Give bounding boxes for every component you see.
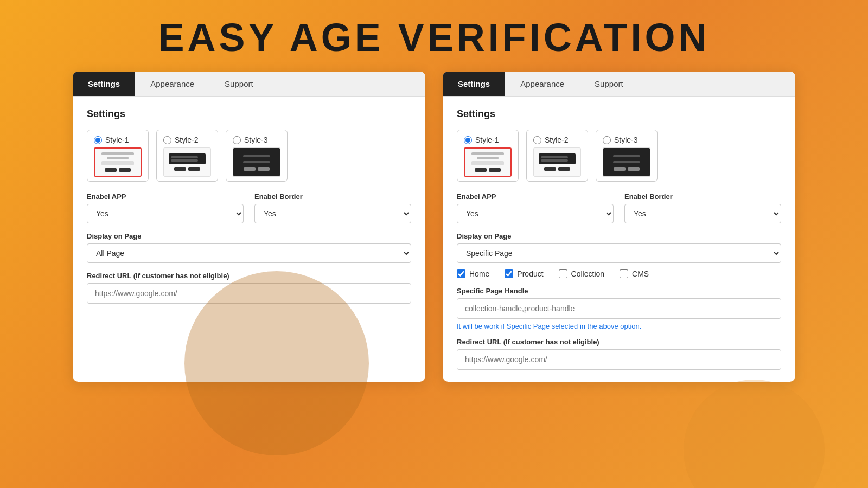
checkbox-collection[interactable]: Collection xyxy=(559,269,604,278)
checkbox-home-input[interactable] xyxy=(457,269,465,278)
left-enable-app-label: Enabel APP xyxy=(87,192,244,201)
right-section-title: Settings xyxy=(457,108,781,120)
right-enable-border-label: Enabel Border xyxy=(624,192,781,201)
right-style-option-1[interactable]: Style-1 xyxy=(457,130,519,182)
right-tab-settings[interactable]: Settings xyxy=(443,72,505,96)
right-tab-appearance[interactable]: Appearance xyxy=(505,72,579,96)
right-redirect-group: Redirect URL (If customer has not eligib… xyxy=(457,338,781,370)
right-tab-bar: Settings Appearance Support xyxy=(443,72,795,97)
left-enable-border-select[interactable]: Yes No xyxy=(254,204,411,223)
left-style-radio-1[interactable] xyxy=(94,136,102,144)
left-tab-appearance[interactable]: Appearance xyxy=(135,72,209,96)
checkbox-home[interactable]: Home xyxy=(457,269,489,278)
left-style-preview-2 xyxy=(163,147,211,177)
left-display-group: Display on Page All Page Specific Page xyxy=(87,232,411,263)
right-style-preview-2 xyxy=(533,147,581,177)
checkbox-product-label: Product xyxy=(517,269,543,278)
left-panel-body: Settings Style-1 xyxy=(73,97,425,316)
right-panel: Settings Appearance Support Settings Sty… xyxy=(443,72,795,382)
right-display-label: Display on Page xyxy=(457,232,781,240)
right-display-group: Display on Page All Page Specific Page xyxy=(457,232,781,263)
left-style-option-3[interactable]: Style-3 xyxy=(226,130,288,182)
right-redirect-input[interactable] xyxy=(457,349,781,370)
left-redirect-group: Redirect URL (If customer has not eligib… xyxy=(87,272,411,304)
right-specific-handle-input[interactable] xyxy=(457,298,781,319)
left-style-row: Style-1 Style-2 xyxy=(87,130,411,182)
left-tab-support[interactable]: Support xyxy=(209,72,269,96)
left-enable-border-label: Enabel Border xyxy=(254,192,411,201)
right-style-label-3: Style-3 xyxy=(614,136,638,144)
checkbox-cms-label: CMS xyxy=(632,269,649,278)
right-enable-app-select[interactable]: Yes No xyxy=(457,204,614,223)
right-style-radio-1[interactable] xyxy=(464,136,472,144)
left-section-title: Settings xyxy=(87,108,411,120)
left-style-preview-1 xyxy=(94,147,142,177)
right-style-option-3[interactable]: Style-3 xyxy=(596,130,658,182)
right-checkbox-row: Home Product Collection CMS xyxy=(457,269,781,278)
left-style-preview-3 xyxy=(233,147,280,177)
checkbox-cms-input[interactable] xyxy=(620,269,628,278)
left-tab-bar: Settings Appearance Support xyxy=(73,72,425,97)
right-style-preview-3 xyxy=(603,147,650,177)
left-redirect-label: Redirect URL (If customer has not eligib… xyxy=(87,272,411,280)
left-display-select[interactable]: All Page Specific Page xyxy=(87,243,411,263)
left-enable-row: Enabel APP Yes No Enabel Border Yes No xyxy=(87,192,411,223)
right-enable-border-group: Enabel Border Yes No xyxy=(624,192,781,223)
checkbox-product-input[interactable] xyxy=(505,269,513,278)
panels-row: Settings Appearance Support Settings Sty… xyxy=(0,72,868,382)
right-style-preview-1 xyxy=(464,147,512,177)
right-enable-app-label: Enabel APP xyxy=(457,192,614,201)
left-display-label: Display on Page xyxy=(87,232,411,240)
page-title: EASY AGE VERIFICATION xyxy=(0,0,868,72)
left-enable-app-group: Enabel APP Yes No xyxy=(87,192,244,223)
right-specific-handle-label: Specific Page Handle xyxy=(457,287,781,295)
checkbox-cms[interactable]: CMS xyxy=(620,269,649,278)
left-redirect-input[interactable] xyxy=(87,283,411,304)
left-tab-settings[interactable]: Settings xyxy=(73,72,135,96)
left-style-radio-3[interactable] xyxy=(233,136,241,144)
right-redirect-label: Redirect URL (If customer has not eligib… xyxy=(457,338,781,346)
right-specific-handle-group: Specific Page Handle xyxy=(457,287,781,319)
right-style-radio-2[interactable] xyxy=(533,136,541,144)
checkbox-home-label: Home xyxy=(469,269,489,278)
left-style-label-3: Style-3 xyxy=(244,136,268,144)
left-enable-app-select[interactable]: Yes No xyxy=(87,204,244,223)
left-style-label-2: Style-2 xyxy=(175,136,199,144)
right-style-label-1: Style-1 xyxy=(475,136,499,144)
checkbox-collection-label: Collection xyxy=(571,269,604,278)
left-enable-border-group: Enabel Border Yes No xyxy=(254,192,411,223)
checkbox-collection-input[interactable] xyxy=(559,269,567,278)
right-panel-body: Settings Style-1 xyxy=(443,97,795,382)
right-display-select[interactable]: All Page Specific Page xyxy=(457,243,781,263)
right-enable-row: Enabel APP Yes No Enabel Border Yes No xyxy=(457,192,781,223)
left-style-option-2[interactable]: Style-2 xyxy=(156,130,218,182)
right-help-text: It will be work if Specific Page selecte… xyxy=(457,322,781,330)
right-style-row: Style-1 Style-2 xyxy=(457,130,781,182)
left-style-option-1[interactable]: Style-1 xyxy=(87,130,149,182)
right-style-radio-3[interactable] xyxy=(603,136,611,144)
right-enable-border-select[interactable]: Yes No xyxy=(624,204,781,223)
left-panel: Settings Appearance Support Settings Sty… xyxy=(73,72,425,382)
right-style-option-2[interactable]: Style-2 xyxy=(526,130,588,182)
right-enable-app-group: Enabel APP Yes No xyxy=(457,192,614,223)
left-style-label-1: Style-1 xyxy=(105,136,129,144)
right-tab-support[interactable]: Support xyxy=(579,72,639,96)
left-style-radio-2[interactable] xyxy=(163,136,171,144)
checkbox-product[interactable]: Product xyxy=(505,269,543,278)
right-style-label-2: Style-2 xyxy=(545,136,569,144)
